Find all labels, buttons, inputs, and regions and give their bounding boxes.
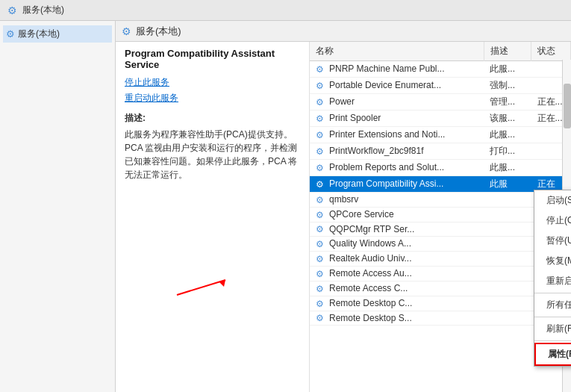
col-status[interactable]: 状态 (531, 42, 571, 61)
context-menu-label: 暂停(U) (546, 234, 571, 247)
service-desc-cell: 该服... (484, 111, 531, 127)
context-menu-item-restart[interactable]: 重新启动(E) (534, 271, 571, 291)
service-row-icon: ⚙ (316, 239, 326, 249)
service-name-cell: ⚙Problem Reports and Solut... (310, 160, 484, 176)
service-name-cell: ⚙Remote Access Au... (310, 267, 484, 281)
table-row[interactable]: ⚙Remote Access Au... (310, 267, 571, 281)
table-row[interactable]: ⚙qmbsrv (310, 193, 571, 208)
context-menu-label: 停止(O) (546, 214, 571, 227)
main-split: Program Compatibility Assistant Service … (116, 42, 571, 392)
service-desc-cell (484, 311, 531, 326)
service-desc-cell: 强制... (484, 78, 531, 94)
service-name-cell: ⚙Print Spooler (310, 111, 484, 127)
service-row-icon: ⚙ (316, 195, 326, 205)
title-bar-text: 服务(本地) (22, 4, 64, 16)
service-desc-cell (484, 267, 531, 281)
context-menu-label: 恢复(M) (546, 255, 571, 267)
service-row-icon: ⚙ (316, 224, 326, 234)
service-row-icon: ⚙ (316, 163, 326, 173)
table-row[interactable]: ⚙PrintWorkflow_2bc9f81f打印... (310, 143, 571, 160)
table-row[interactable]: ⚙QPCore Service (310, 207, 571, 222)
main-container: ⚙ 服务(本地) ⚙ 服务(本地) Program Compatibility … (0, 21, 571, 392)
service-name-cell: ⚙Portable Device Enumerat... (310, 78, 484, 94)
table-row[interactable]: ⚙PNRP Machine Name Publ...此服... (310, 61, 571, 78)
context-menu-item-all-tasks[interactable]: 所有任务(K)▶ (534, 295, 571, 315)
service-row-icon: ⚙ (316, 81, 326, 91)
context-menu-separator (534, 340, 571, 341)
table-row[interactable]: ⚙Portable Device Enumerat...强制... (310, 78, 571, 94)
table-row[interactable]: ⚙Print Spooler该服...正在... (310, 111, 571, 127)
service-row-icon: ⚙ (316, 146, 326, 157)
context-menu-label: 重新启动(E) (546, 275, 571, 287)
service-row-icon: ⚙ (316, 113, 326, 124)
context-menu-label: 刷新(F) (546, 323, 571, 335)
service-row-icon: ⚙ (316, 97, 326, 108)
context-menu-item-refresh[interactable]: 刷新(F) (534, 319, 571, 339)
service-row-icon: ⚙ (316, 254, 326, 264)
table-header-row: 名称 描述 状态 (310, 42, 571, 61)
col-desc[interactable]: 描述 (484, 42, 531, 61)
service-row-icon: ⚙ (316, 130, 326, 140)
scroll-thumb[interactable] (564, 84, 571, 128)
service-name-cell: ⚙Remote Desktop S... (310, 311, 484, 326)
title-bar: ⚙ 服务(本地) (0, 0, 571, 21)
service-desc-cell: 管理... (484, 94, 531, 111)
context-menu-separator (534, 293, 571, 293)
table-row[interactable]: ⚙Program Compatibility Assi...此服正在 (310, 176, 571, 193)
service-row-icon: ⚙ (316, 299, 326, 309)
table-row[interactable]: ⚙Remote Desktop C... (310, 296, 571, 311)
table-row[interactable]: ⚙Realtek Audio Univ... (310, 252, 571, 267)
restart-service-link[interactable]: 重启动此服务 (125, 92, 300, 105)
service-name-cell: ⚙Program Compatibility Assi... (310, 176, 484, 193)
context-menu-label: 所有任务(K) (546, 299, 571, 311)
service-row-icon: ⚙ (316, 284, 326, 294)
col-name[interactable]: 名称 (310, 42, 484, 61)
table-row[interactable]: ⚙Quality Windows A... (310, 237, 571, 252)
table-row[interactable]: ⚙Remote Desktop S... (310, 311, 571, 326)
service-desc-cell: 此服... (484, 61, 531, 78)
table-row[interactable]: ⚙QQPCMgr RTP Ser... (310, 222, 571, 237)
content-header: ⚙ 服务(本地) (116, 21, 571, 42)
service-name-cell: ⚙Printer Extensions and Noti... (310, 127, 484, 143)
service-name-cell: ⚙QPCore Service (310, 207, 484, 222)
service-name-cell: ⚙qmbsrv (310, 193, 484, 208)
service-name-cell: ⚙QQPCMgr RTP Ser... (310, 222, 484, 237)
service-desc-cell (484, 296, 531, 311)
sidebar-item-services[interactable]: ⚙ 服务(本地) (3, 25, 112, 43)
context-menu-item-properties[interactable]: 属性(R) (534, 343, 571, 366)
service-name-cell: ⚙Remote Desktop C... (310, 296, 484, 311)
service-row-icon: ⚙ (316, 64, 326, 75)
context-menu-item-pause[interactable]: 暂停(U) (534, 231, 571, 251)
context-menu-separator (534, 317, 571, 317)
desc-text: 此服务为程序兼容性助手(PCA)提供支持。PCA 监视由用户安装和运行的程序，并… (125, 128, 300, 181)
table-row[interactable]: ⚙Problem Reports and Solut...此服... (310, 160, 571, 176)
service-name-cell: ⚙PrintWorkflow_2bc9f81f (310, 143, 484, 160)
left-panel: Program Compatibility Assistant Service … (116, 42, 310, 392)
service-title: Program Compatibility Assistant Service (125, 48, 300, 70)
context-menu-item-start[interactable]: 启动(S) (534, 190, 571, 211)
content-header-text: 服务(本地) (136, 25, 181, 38)
service-name-cell: ⚙Power (310, 94, 484, 111)
service-desc-cell (484, 252, 531, 267)
context-menu: 启动(S)停止(O)暂停(U)恢复(M)重新启动(E)所有任务(K)▶刷新(F)… (534, 190, 571, 367)
context-menu-label: 启动(S) (546, 194, 571, 207)
service-name-cell: ⚙PNRP Machine Name Publ... (310, 61, 484, 78)
service-name-cell: ⚙Quality Windows A... (310, 237, 484, 252)
service-desc-cell: 打印... (484, 143, 531, 160)
service-row-icon: ⚙ (316, 179, 326, 190)
table-row[interactable]: ⚙Power管理...正在... (310, 94, 571, 111)
table-row[interactable]: ⚙Remote Access C... (310, 281, 571, 296)
context-menu-item-stop[interactable]: 停止(O) (534, 211, 571, 231)
service-desc-cell (484, 222, 531, 237)
sidebar-item-label: 服务(本地) (18, 28, 60, 40)
context-menu-item-resume[interactable]: 恢复(M) (534, 251, 571, 271)
service-desc-cell (484, 281, 531, 296)
stop-service-link[interactable]: 停止此服务 (125, 76, 300, 89)
service-row-icon: ⚙ (316, 210, 326, 220)
service-desc-cell: 此服... (484, 127, 531, 143)
title-bar-icon: ⚙ (6, 4, 18, 16)
service-table: 名称 描述 状态 ⚙PNRP Machine Name Publ...此服...… (310, 42, 571, 326)
right-panel: 名称 描述 状态 ⚙PNRP Machine Name Publ...此服...… (310, 42, 571, 392)
table-row[interactable]: ⚙Printer Extensions and Noti...此服... (310, 127, 571, 143)
service-desc-cell (484, 207, 531, 222)
